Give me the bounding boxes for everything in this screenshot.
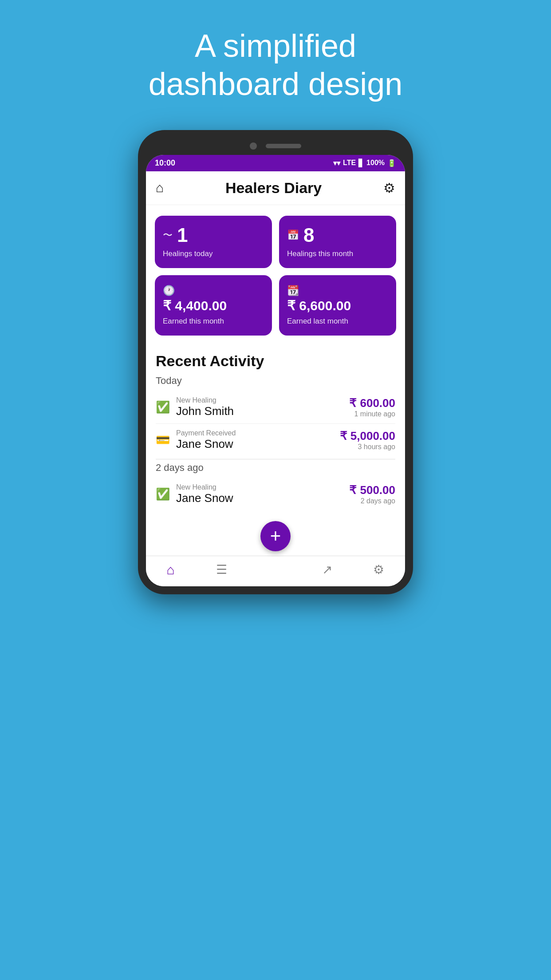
name-jane2: Jane Snow — [176, 491, 233, 505]
two-days-ago-label: 2 days ago — [156, 462, 395, 474]
nav-trending-icon: ↗ — [322, 562, 332, 577]
earned-last-month-amount: ₹ 6,600.00 — [287, 299, 388, 312]
phone-screen: 10:00 ▾▾ LTE ▋ 100% 🔋 ⌂ Healers Diary ⚙ … — [146, 155, 405, 586]
earned-month-card[interactable]: 🕐 ₹ 4,400.00 Earned this month — [155, 275, 272, 336]
nav-settings-icon: ⚙ — [373, 562, 384, 577]
battery-icon: 🔋 — [387, 159, 396, 167]
app-bar: ⌂ Healers Diary ⚙ — [146, 171, 405, 205]
healings-month-number: 8 — [303, 225, 314, 245]
lte-label: LTE — [343, 159, 356, 167]
nav-home-icon: ⌂ — [166, 562, 174, 577]
healings-today-card[interactable]: 〜 1 Healings today — [155, 216, 272, 268]
header-line1: A simplified — [149, 27, 402, 65]
wifi-icon: ▾▾ — [333, 159, 340, 167]
earned-last-month-label: Earned last month — [287, 317, 388, 326]
card4-header: 📆 — [287, 285, 388, 296]
name-john: John Smith — [176, 404, 234, 418]
check-circle-icon-2: ✅ — [156, 487, 170, 501]
section-divider — [156, 459, 395, 459]
today-label: Today — [156, 375, 395, 387]
clock-icon: 🕐 — [163, 285, 175, 296]
check-circle-icon-1: ✅ — [156, 400, 170, 414]
card2-header: 📅 8 — [287, 225, 388, 245]
phone-notch — [146, 138, 405, 155]
nav-home[interactable]: ⌂ — [166, 562, 174, 577]
activity-right-john: ₹ 600.00 1 minute ago — [349, 396, 395, 418]
signal-icon: ▋ — [358, 159, 364, 167]
time-john: 1 minute ago — [349, 410, 395, 418]
activity-item-john[interactable]: ✅ New Healing John Smith ₹ 600.00 1 minu… — [156, 391, 395, 423]
status-bar: 10:00 ▾▾ LTE ▋ 100% 🔋 — [146, 155, 405, 171]
card-icon: 💳 — [156, 433, 170, 447]
recent-activity-title: Recent Activity — [156, 352, 395, 370]
healings-today-number: 1 — [177, 225, 188, 245]
sub-label-jane2: New Healing — [176, 483, 233, 491]
amount-jane1: ₹ 5,000.00 — [340, 429, 395, 443]
nav-list-icon: ☰ — [216, 562, 227, 577]
activity-item-jane-snow-2[interactable]: ✅ New Healing Jane Snow ₹ 500.00 2 days … — [156, 478, 395, 510]
nav-list[interactable]: ☰ — [216, 562, 227, 577]
amount-jane2: ₹ 500.00 — [349, 483, 395, 497]
activity-right-jane1: ₹ 5,000.00 3 hours ago — [340, 429, 395, 451]
activity-item-jane-snow-1[interactable]: 💳 Payment Received Jane Snow ₹ 5,000.00 … — [156, 423, 395, 456]
sub-label-jane1: Payment Received — [176, 429, 236, 437]
calendar-icon: 📅 — [287, 229, 299, 241]
time-jane2: 2 days ago — [349, 497, 395, 505]
nav-settings[interactable]: ⚙ — [373, 562, 384, 577]
status-time: 10:00 — [155, 158, 175, 168]
card3-header: 🕐 — [163, 285, 264, 296]
camera — [250, 142, 257, 150]
calendar-check-icon: 📆 — [287, 285, 299, 296]
healings-today-label: Healings today — [163, 249, 264, 258]
healings-month-card[interactable]: 📅 8 Healings this month — [279, 216, 396, 268]
earned-month-label: Earned this month — [163, 317, 264, 326]
status-right: ▾▾ LTE ▋ 100% 🔋 — [333, 159, 396, 167]
nav-trending[interactable]: ↗ — [322, 562, 332, 577]
sub-label-john: New Healing — [176, 396, 234, 404]
fab-area: + — [146, 515, 405, 556]
card1-header: 〜 1 — [163, 225, 264, 245]
page-header: A simplified dashboard design — [149, 27, 402, 103]
activity-text-jane1: Payment Received Jane Snow — [176, 429, 236, 451]
time-jane1: 3 hours ago — [340, 443, 395, 451]
phone-frame: 10:00 ▾▾ LTE ▋ 100% 🔋 ⌂ Healers Diary ⚙ … — [138, 130, 413, 594]
app-title: Healers Diary — [225, 179, 322, 197]
recent-activity-section: Recent Activity Today ✅ New Healing John… — [146, 340, 405, 515]
earned-month-amount: ₹ 4,400.00 — [163, 299, 264, 312]
healings-month-label: Healings this month — [287, 249, 388, 258]
amount-john: ₹ 600.00 — [349, 396, 395, 410]
activity-left-jane2: ✅ New Healing Jane Snow — [156, 483, 233, 505]
bottom-nav: ⌂ ☰ ＋ ↗ ⚙ — [146, 556, 405, 586]
battery-label: 100% — [366, 159, 385, 167]
activity-text-jane2: New Healing Jane Snow — [176, 483, 233, 505]
add-button[interactable]: + — [260, 521, 291, 551]
header-line2: dashboard design — [149, 65, 402, 103]
speaker — [266, 144, 301, 148]
activity-icon: 〜 — [163, 229, 173, 242]
earned-last-month-card[interactable]: 📆 ₹ 6,600.00 Earned last month — [279, 275, 396, 336]
activity-text-john: New Healing John Smith — [176, 396, 234, 418]
home-outline-icon[interactable]: ⌂ — [156, 180, 164, 195]
activity-left-jane1: 💳 Payment Received Jane Snow — [156, 429, 236, 451]
activity-left-john: ✅ New Healing John Smith — [156, 396, 234, 418]
activity-right-jane2: ₹ 500.00 2 days ago — [349, 483, 395, 505]
settings-icon[interactable]: ⚙ — [383, 180, 395, 196]
name-jane1: Jane Snow — [176, 437, 236, 451]
cards-grid: 〜 1 Healings today 📅 8 Healings this mon… — [146, 205, 405, 340]
